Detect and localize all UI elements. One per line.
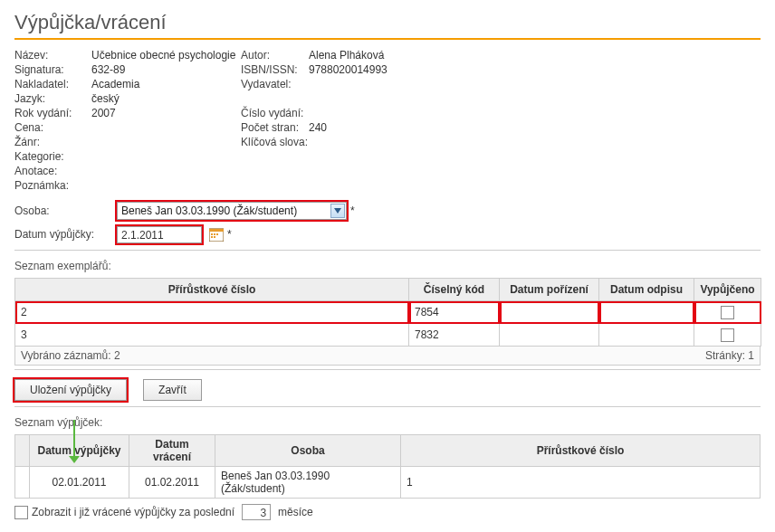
cell-date-acquired	[500, 324, 599, 347]
cell-loan-date: 02.01.2011	[30, 467, 129, 499]
col-return-date[interactable]: Datum vrácení	[129, 435, 215, 467]
save-loan-button[interactable]: Uložení výpůjčky	[14, 379, 127, 401]
page-title: Výpůjčka/vrácení	[14, 11, 761, 34]
required-asterisk: *	[350, 204, 355, 217]
label-name: Název:	[14, 49, 91, 63]
cell-accession2: 1	[401, 467, 761, 499]
close-button[interactable]: Zavřít	[143, 379, 202, 401]
cell-numcode: 7854	[409, 301, 500, 324]
svg-rect-3	[214, 233, 215, 235]
label-year: Rok vydání:	[14, 107, 91, 121]
label-pages: Počet stran:	[241, 121, 309, 136]
copies-section-label: Seznam exemplářů:	[14, 260, 761, 272]
cell-loaned	[694, 301, 761, 324]
svg-rect-1	[209, 229, 224, 232]
value-signature: 632-89	[91, 63, 241, 78]
svg-rect-5	[211, 236, 213, 238]
table-row[interactable]: 2 7854	[15, 301, 761, 324]
cell-person: Beneš Jan 03.03.1990 (Žák/student)	[215, 467, 401, 499]
checkbox[interactable]	[721, 328, 734, 342]
col-date-acquired[interactable]: Datum pořízení	[500, 279, 599, 301]
section-divider	[14, 406, 761, 407]
col-person[interactable]: Osoba	[215, 435, 401, 467]
label-author: Autor:	[241, 49, 309, 63]
svg-rect-6	[214, 236, 215, 238]
col-loaned[interactable]: Vypůjčeno	[694, 279, 761, 301]
label-category: Kategorie:	[14, 150, 91, 165]
col-numcode[interactable]: Číselný kód	[409, 279, 500, 301]
value-author: Alena Plháková	[309, 49, 490, 63]
required-asterisk: *	[227, 228, 232, 241]
person-select[interactable]: Beneš Jan 03.03.1990 (Žák/student)	[117, 202, 347, 220]
col-blank	[15, 435, 30, 467]
copies-table: Přírůstkové číslo Číselný kód Datum poří…	[14, 278, 761, 347]
label-publisher2: Vydavatel:	[241, 78, 309, 92]
copies-status-bar: Vybráno záznamů: 2 Stránky: 1	[14, 347, 761, 366]
label-edition: Číslo vydání:	[241, 107, 309, 121]
label-keywords: Klíčová slova:	[241, 136, 309, 150]
label-genre: Žánr:	[14, 136, 91, 150]
label-price: Cena:	[14, 121, 91, 136]
col-accession[interactable]: Přírůstkové číslo	[15, 279, 409, 301]
label-note: Poznámka:	[14, 179, 91, 194]
value-isbn: 9788020014993	[309, 63, 490, 78]
selected-count: Vybráno záznamů: 2	[21, 349, 120, 362]
cell-return-date: 01.02.2011	[129, 467, 215, 499]
cell-date-writeoff	[599, 324, 694, 347]
value-keywords	[309, 136, 490, 150]
table-row[interactable]: 3 7832	[15, 324, 761, 347]
show-returned-label-before: Zobrazit i již vrácené výpůjčky za posle…	[32, 506, 234, 518]
cell-accession: 3	[15, 324, 409, 347]
page-count: Stránky: 1	[705, 349, 754, 362]
label-publisher: Nakladatel:	[14, 78, 91, 92]
arrow-indicator-icon	[73, 420, 75, 456]
label-signature: Signatura:	[14, 63, 91, 78]
cell-loaned	[694, 324, 761, 347]
cell-numcode: 7832	[409, 324, 500, 347]
label-language: Jazyk:	[14, 92, 91, 107]
cell-date-acquired	[500, 301, 599, 324]
title-rule	[14, 38, 761, 40]
cell-date-writeoff	[599, 301, 694, 324]
label-isbn: ISBN/ISSN:	[241, 63, 309, 78]
value-price	[91, 121, 241, 136]
show-returned-checkbox[interactable]	[14, 506, 28, 519]
loans-label-text: Seznam výpůjček:	[14, 416, 102, 429]
svg-rect-4	[216, 233, 218, 235]
meta-grid: Název: Učebnice obecné psychologie Autor…	[14, 49, 761, 194]
loans-section-label: Seznam výpůjček:	[14, 416, 761, 429]
value-publisher: Academia	[91, 78, 241, 92]
calendar-icon[interactable]	[209, 227, 224, 242]
label-person: Osoba:	[14, 204, 117, 217]
value-name: Učebnice obecné psychologie	[91, 49, 241, 63]
loan-date-input[interactable]: 2.1.2011	[117, 226, 202, 243]
value-pages: 240	[309, 121, 490, 136]
value-genre	[91, 136, 241, 150]
col-accession2[interactable]: Přírůstkové číslo	[401, 435, 761, 467]
value-language: český	[91, 92, 241, 107]
table-row[interactable]: 02.01.2011 01.02.2011 Beneš Jan 03.03.19…	[15, 467, 761, 499]
loans-table: Datum výpůjčky Datum vrácení Osoba Přírů…	[14, 434, 761, 499]
person-select-value: Beneš Jan 03.03.1990 (Žák/student)	[121, 204, 297, 217]
months-input[interactable]: 3	[242, 504, 271, 520]
value-year: 2007	[91, 107, 241, 121]
section-divider	[14, 250, 761, 251]
label-annotation: Anotace:	[14, 165, 91, 179]
section-divider	[14, 369, 761, 370]
label-loan-date: Datum výpůjčky:	[14, 228, 117, 241]
chevron-down-icon	[330, 204, 345, 218]
show-returned-label-after: měsíce	[278, 506, 313, 518]
cell-accession: 2	[15, 301, 409, 324]
value-edition	[309, 107, 490, 121]
col-date-writeoff[interactable]: Datum odpisu	[599, 279, 694, 301]
svg-rect-2	[211, 233, 213, 235]
checkbox[interactable]	[721, 306, 734, 319]
value-publisher2	[309, 78, 490, 92]
